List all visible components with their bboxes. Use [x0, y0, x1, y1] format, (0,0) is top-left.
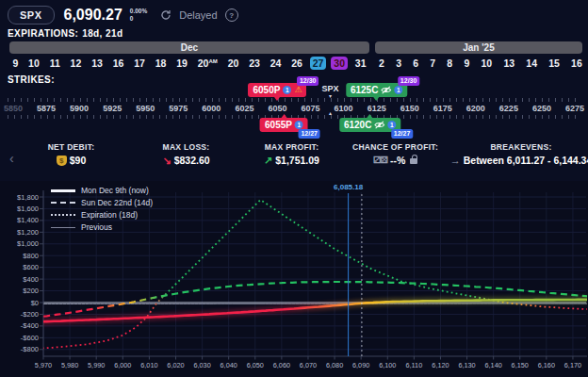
leg-badge-6050p[interactable]: 6050P1⚠12/30	[248, 83, 306, 97]
ticker-input[interactable]: SPX	[8, 6, 55, 25]
day-dec-31[interactable]: 31	[352, 57, 369, 70]
day-jan-8[interactable]: 8	[444, 57, 455, 70]
legend-item-now[interactable]: Mon Dec 9th (now)	[51, 186, 153, 195]
svg-text:6,080: 6,080	[326, 361, 343, 369]
strike-axis-label: 6200	[466, 104, 485, 113]
svg-text:6,090: 6,090	[352, 361, 369, 369]
day-dec-16[interactable]: 16	[110, 57, 127, 70]
day-jan-14[interactable]: 14	[523, 57, 540, 70]
payoff-chart[interactable]: -$800-$600-$400-$200$0$200$400$600$800$1…	[0, 181, 588, 377]
strike-axis-label: 6100	[335, 104, 353, 113]
day-dec-20[interactable]: 20AM	[195, 57, 220, 70]
strike-axis-label: 5875	[37, 104, 56, 113]
warning-icon: ⚠	[294, 86, 302, 94]
day-jan-10[interactable]: 10	[478, 57, 495, 70]
svg-text:6,150: 6,150	[512, 361, 529, 369]
eye-off-icon	[374, 121, 384, 129]
day-dec-26[interactable]: 26	[288, 57, 305, 70]
change-percent: 0.00%	[130, 8, 147, 15]
svg-text:-$200: -$200	[21, 310, 39, 319]
leg-label: 6125C	[351, 85, 378, 95]
legend-label: Sun Dec 22nd (14d)	[81, 198, 153, 207]
day-jan-9[interactable]: 9	[461, 57, 472, 70]
strike-axis-label: 6025	[235, 104, 253, 113]
day-jan-6[interactable]: 6	[410, 57, 421, 70]
day-jan-3[interactable]: 3	[393, 57, 404, 70]
metric-max-loss: MAX LOSS:↘$832.60	[132, 142, 240, 168]
svg-text:5,970: 5,970	[35, 361, 52, 369]
day-dec-19[interactable]: 19	[173, 57, 190, 70]
metric-value: ↗$1,751.09	[237, 155, 346, 168]
day-jan-15[interactable]: 15	[546, 57, 563, 70]
legend-item-expiration[interactable]: Expiration (18d)	[51, 210, 153, 220]
leg-badge-6125c[interactable]: 6125C112/30	[346, 83, 407, 97]
day-jan-2[interactable]: 2	[376, 57, 387, 70]
svg-text:$1,000: $1,000	[17, 239, 39, 248]
svg-text:6,030: 6,030	[193, 361, 210, 369]
metric-value: ⚂⚄--%	[341, 155, 449, 167]
leg-label: 6050P	[253, 85, 280, 95]
svg-text:$1,400: $1,400	[17, 216, 39, 224]
day-dec-20[interactable]: 20	[225, 57, 242, 70]
month-bar-jan[interactable]: Jan '25	[375, 41, 582, 54]
legend-item-previous[interactable]: Previous	[51, 222, 153, 232]
chart-legend: Mon Dec 9th (now) Sun Dec 22nd (14d) Exp…	[51, 186, 153, 232]
leg-label: 6120C	[344, 120, 371, 130]
help-icon[interactable]: ?	[225, 8, 238, 22]
day-dec-9[interactable]: 9	[9, 57, 21, 70]
strike-axis[interactable]: 5850587559005925595059756000602560506075…	[0, 83, 588, 139]
day-dec-13[interactable]: 13	[89, 57, 106, 70]
leg-badges-above: 6050P1⚠12/306125C112/30	[0, 83, 588, 97]
svg-text:$600: $600	[23, 263, 39, 271]
svg-text:6,170: 6,170	[564, 361, 581, 369]
options-strategy-app: SPX 6,090.27 0.00% 0 Delayed ? EXPIRATIO…	[0, 0, 588, 377]
leg-badge-6055p[interactable]: 6055P112/27	[260, 118, 308, 132]
money-bag-icon: $	[57, 156, 67, 166]
day-jan-13[interactable]: 13	[500, 57, 517, 70]
top-bar: SPX 6,090.27 0.00% 0 Delayed ?	[8, 4, 580, 26]
svg-text:6,070: 6,070	[300, 361, 317, 369]
svg-text:6,010: 6,010	[140, 361, 157, 369]
svg-text:6,050: 6,050	[247, 361, 264, 369]
metric-label: BREAKEVENS:	[441, 142, 588, 152]
svg-text:$0: $0	[31, 299, 39, 307]
day-dec-30[interactable]: 30	[331, 57, 348, 70]
day-jan-16[interactable]: 16	[568, 57, 585, 70]
day-dec-18[interactable]: 18	[153, 57, 170, 70]
leg-badges-below: 6055P112/276120C112/27	[0, 118, 588, 132]
legend-swatch-thin	[51, 227, 75, 228]
delayed-status: Delayed	[179, 9, 217, 21]
metric-value: $$90	[17, 155, 125, 167]
svg-text:5,980: 5,980	[61, 361, 78, 369]
metric-label: CHANCE OF PROFIT:	[341, 142, 449, 152]
day-dec-24[interactable]: 24	[268, 57, 285, 70]
day-dec-17[interactable]: 17	[131, 57, 148, 70]
marker-up-arrow-icon: ▴	[329, 109, 332, 116]
expirations-row: EXPIRATIONS:18d, 21d	[8, 28, 126, 39]
svg-text:6,000: 6,000	[114, 361, 131, 369]
metric-chance-of-profit: CHANCE OF PROFIT:⚂⚄--%	[341, 142, 449, 167]
day-dec-11[interactable]: 11	[47, 57, 63, 70]
strike-axis-label: 5900	[70, 104, 89, 113]
legend-item-14d[interactable]: Sun Dec 22nd (14d)	[51, 198, 153, 207]
day-selector-row: 9101112131617181920AM20232426273031 2367…	[0, 55, 588, 71]
month-header-row: Dec Jan '25	[0, 41, 588, 54]
day-dec-27[interactable]: 27	[310, 57, 327, 70]
day-dec-12[interactable]: 12	[68, 57, 85, 70]
day-jan-7[interactable]: 7	[427, 57, 438, 70]
svg-text:$400: $400	[23, 275, 39, 284]
month-bar-dec[interactable]: Dec	[9, 41, 369, 54]
metrics-bar: ‹ NET DEBIT:$$90MAX LOSS:↘$832.60MAX PRO…	[0, 139, 588, 181]
legend-label: Expiration (18d)	[81, 210, 138, 220]
day-dec-10[interactable]: 10	[25, 57, 42, 70]
leg-badge-6120c[interactable]: 6120C112/27	[339, 118, 400, 132]
refresh-icon[interactable]	[160, 9, 172, 21]
svg-text:$200: $200	[23, 287, 39, 295]
underlying-price: 6,090.27	[64, 7, 122, 24]
svg-text:$1,600: $1,600	[17, 205, 39, 213]
day-dec-23[interactable]: 23	[246, 57, 263, 70]
strike-axis-label: 5850	[4, 104, 23, 113]
metrics-prev-chevron[interactable]: ‹	[9, 151, 14, 166]
legend-swatch-dotted	[51, 214, 75, 216]
strike-axis-label: 6050	[268, 104, 286, 113]
